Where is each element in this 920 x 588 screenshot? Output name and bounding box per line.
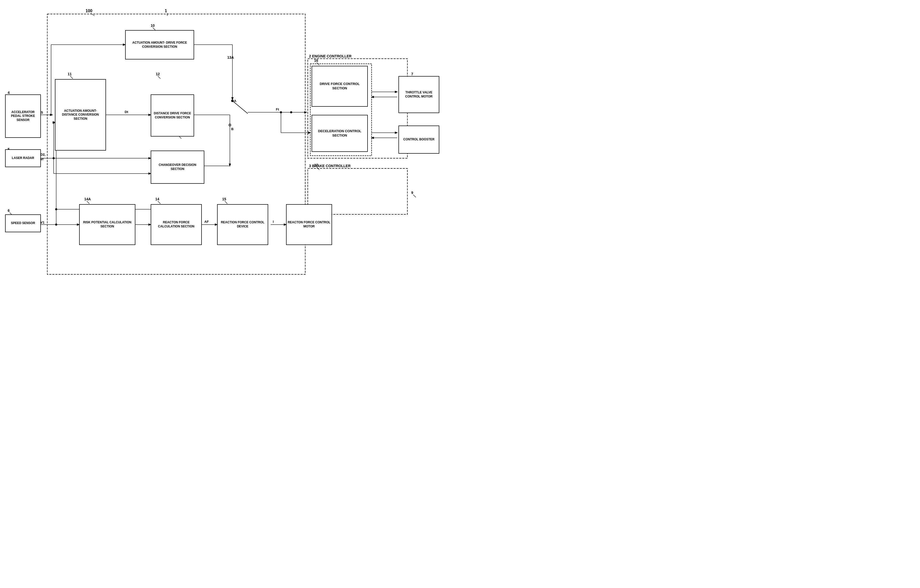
svg-text:V1: V1	[40, 221, 44, 225]
svg-point-59	[53, 157, 55, 159]
speed-sensor-block: SPEED SENSOR	[5, 214, 41, 232]
reaction-force-control-block: REACTION FORCE CONTROL DEVICE	[217, 204, 268, 245]
svg-point-70	[55, 224, 57, 226]
svg-text:100: 100	[86, 9, 92, 13]
svg-text:10: 10	[151, 23, 155, 27]
svg-line-11	[70, 76, 73, 79]
drive-force-control-block: DRIVE FORCE CONTROL SECTION	[312, 66, 368, 107]
svg-text:Ft: Ft	[276, 107, 279, 111]
svg-text:Dt: Dt	[125, 110, 128, 114]
svg-text:12: 12	[156, 72, 160, 76]
svg-text:A: A	[234, 99, 236, 103]
svg-line-9	[153, 27, 155, 30]
svg-text:B: B	[231, 127, 233, 131]
svg-line-26	[317, 167, 319, 170]
laser-radar-block: LASER RADAR	[5, 149, 41, 167]
reaction-force-motor-block: REACTON FORCE CONTROL MOTOR	[286, 204, 332, 245]
svg-text:D2,: D2,	[40, 153, 45, 157]
svg-text:S: S	[41, 110, 43, 114]
svg-line-53	[232, 101, 248, 113]
control-booster-block: CONTROL BOOSTER	[398, 126, 439, 153]
svg-text:AF: AF	[204, 220, 209, 224]
svg-text:1: 1	[165, 9, 167, 13]
svg-point-52	[229, 124, 231, 126]
svg-text:3 BRAKE CONTROLLER: 3 BRAKE CONTROLLER	[309, 164, 351, 168]
actuation-distance-block: ACTUATION AMOUNT- DISTANCE CONVERSION SE…	[55, 79, 106, 150]
svg-text:I: I	[273, 220, 274, 224]
svg-text:13A: 13A	[227, 55, 234, 60]
svg-text:15: 15	[222, 197, 226, 201]
svg-text:9: 9	[411, 191, 413, 195]
svg-line-22	[225, 201, 227, 204]
svg-point-51	[231, 100, 234, 102]
svg-point-61	[53, 121, 55, 124]
svg-text:6: 6	[8, 208, 10, 213]
svg-line-40	[413, 195, 416, 197]
svg-line-20	[158, 201, 160, 204]
svg-line-13	[158, 76, 160, 79]
svg-line-24	[317, 63, 319, 65]
svg-point-89	[280, 111, 282, 113]
svg-point-75	[55, 208, 57, 210]
changeover-decision-block: CHANGEOVER DECISION SECTION	[151, 150, 204, 184]
svg-text:11: 11	[68, 72, 72, 76]
diagram: 100 1 10 11 12 13A 13 14A 14 15 16 17	[0, 0, 460, 294]
throttle-valve-block: THROTTLE VALVE CONTROL MOTOR	[398, 76, 439, 113]
svg-text:16: 16	[314, 58, 318, 63]
svg-text:4: 4	[8, 90, 10, 95]
deceleration-control-block: DECELERATION CONTROL SECTION	[312, 115, 368, 152]
svg-text:14A: 14A	[84, 197, 91, 201]
accelerator-pedal-sensor-block: ACCELERATOR PEDAL STROKE SENSOR	[5, 94, 41, 138]
reaction-force-calc-block: REACTON FORCE CALCULATION SECTION	[151, 204, 202, 245]
svg-point-91	[290, 111, 292, 113]
risk-potential-block: RISK POTENTIAL CALCULATION SECTION	[79, 204, 135, 245]
svg-text:17: 17	[314, 163, 318, 167]
svg-text:7: 7	[411, 72, 413, 76]
svg-text:14: 14	[155, 197, 159, 201]
svg-line-18	[87, 201, 89, 204]
actuation-drive-block: ACTUATION AMOUNT- DRIVE FORCE CONVERSION…	[125, 30, 194, 60]
svg-line-5	[91, 13, 94, 16]
distance-drive-block: DISTANCE DRIVE FORCE CONVERSION SECTION	[151, 94, 194, 137]
svg-text:2 ENGINE CONTROLLER: 2 ENGINE CONTROLLER	[309, 54, 351, 58]
